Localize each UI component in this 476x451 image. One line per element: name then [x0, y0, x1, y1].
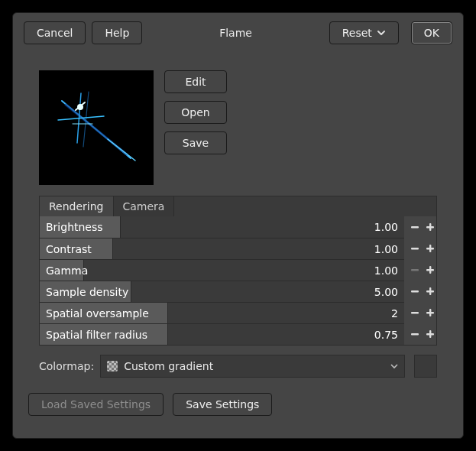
minus-icon[interactable]: [409, 326, 421, 342]
tab-strip: Rendering Camera: [39, 196, 437, 216]
slider-value: 1.00: [374, 216, 398, 238]
minus-icon[interactable]: [409, 283, 421, 300]
slider-value: 2: [391, 303, 398, 323]
slider-value: 1.00: [374, 238, 398, 259]
slider-value: 1.00: [374, 260, 398, 281]
cancel-button[interactable]: Cancel: [24, 21, 86, 44]
slider-value: 5.00: [374, 281, 398, 302]
colormap-aux-button[interactable]: [414, 355, 437, 378]
slider-2[interactable]: Gamma1.00: [40, 259, 404, 281]
save-settings-label: Save Settings: [186, 398, 259, 410]
plus-icon[interactable]: [424, 283, 436, 300]
svg-rect-9: [429, 266, 431, 274]
cancel-button-label: Cancel: [37, 27, 73, 39]
save-button[interactable]: Save: [164, 131, 227, 154]
slider-1[interactable]: Contrast1.00: [40, 238, 404, 259]
tab-camera[interactable]: Camera: [114, 196, 175, 216]
slider-4[interactable]: Spatial oversample2: [40, 302, 404, 323]
slider-5[interactable]: Spatial filter radius0.75: [40, 323, 404, 345]
save-settings-button[interactable]: Save Settings: [173, 393, 272, 416]
svg-rect-12: [429, 287, 431, 295]
tab-rendering-label: Rendering: [49, 200, 104, 213]
reset-button-label: Reset: [342, 27, 372, 39]
minus-icon[interactable]: [409, 304, 421, 321]
tab-camera-label: Camera: [123, 200, 165, 213]
colormap-label: Colormap:: [39, 360, 94, 372]
save-button-label: Save: [183, 137, 209, 149]
minus-icon: [409, 261, 421, 278]
svg-rect-3: [429, 223, 431, 231]
slider-label: Contrast: [46, 238, 92, 259]
flame-preview: [39, 70, 154, 185]
ok-button[interactable]: OK: [411, 21, 452, 44]
help-button[interactable]: Help: [92, 21, 142, 44]
chevron-down-icon: [377, 28, 386, 37]
svg-rect-13: [411, 312, 419, 313]
svg-rect-7: [411, 269, 419, 271]
svg-rect-10: [411, 290, 419, 292]
ok-button-label: OK: [424, 27, 439, 39]
reset-button[interactable]: Reset: [329, 21, 399, 44]
colormap-selected: Custom gradient: [124, 360, 213, 372]
plus-icon[interactable]: [424, 304, 436, 321]
slider-label: Sample density: [46, 281, 128, 302]
slider-value: 0.75: [374, 324, 398, 345]
slider-3[interactable]: Sample density5.00: [40, 281, 404, 302]
svg-rect-15: [429, 309, 431, 316]
svg-rect-16: [411, 333, 419, 335]
edit-button[interactable]: Edit: [164, 70, 227, 93]
load-saved-settings-button[interactable]: Load Saved Settings: [28, 393, 164, 416]
plus-icon[interactable]: [424, 219, 436, 235]
svg-point-0: [77, 104, 83, 110]
slider-label: Brightness: [46, 216, 103, 238]
colormap-combobox[interactable]: Custom gradient: [100, 355, 405, 378]
plus-icon[interactable]: [424, 326, 436, 342]
plus-icon[interactable]: [424, 240, 436, 257]
gradient-swatch-icon: [107, 361, 118, 372]
edit-button-label: Edit: [185, 76, 206, 88]
top-toolbar: Cancel Help Flame Reset OK: [13, 13, 463, 44]
plus-icon[interactable]: [424, 261, 436, 278]
minus-icon[interactable]: [409, 240, 421, 257]
slider-label: Spatial oversample: [46, 303, 149, 323]
slider-0[interactable]: Brightness1.00: [40, 216, 404, 238]
open-button[interactable]: Open: [164, 101, 227, 124]
help-button-label: Help: [105, 27, 129, 39]
flame-dialog: Cancel Help Flame Reset OK: [12, 12, 464, 439]
svg-rect-6: [429, 245, 431, 252]
slider-list: Brightness1.00Contrast1.00Gamma1.00Sampl…: [39, 216, 437, 346]
tab-rendering[interactable]: Rendering: [40, 196, 114, 216]
chevron-down-icon: [390, 360, 398, 372]
minus-icon[interactable]: [409, 219, 421, 235]
svg-rect-1: [411, 226, 419, 228]
svg-rect-4: [411, 248, 419, 249]
svg-rect-18: [429, 330, 431, 338]
dialog-title: Flame: [219, 27, 252, 39]
open-button-label: Open: [181, 106, 209, 118]
load-saved-settings-label: Load Saved Settings: [41, 398, 151, 410]
slider-label: Gamma: [46, 260, 88, 281]
slider-label: Spatial filter radius: [46, 324, 147, 345]
